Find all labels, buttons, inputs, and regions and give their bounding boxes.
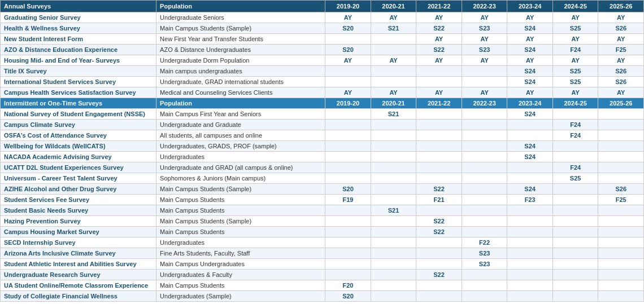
survey-name: Campus Climate Survey [1, 120, 156, 130]
survey-name: Universum - Career Test Talent Survey [1, 173, 156, 184]
year-cell: S23 [462, 45, 507, 55]
year-cell: S22 [416, 45, 462, 55]
survey-row: UA Student Online/Remote Classrom Experi… [1, 280, 644, 291]
year-header: 2023-24 [507, 1, 553, 12]
year-header: 2024-25 [552, 1, 598, 12]
year-cell [462, 205, 507, 216]
section-title: Intermittent or One-Time Surveys [1, 98, 156, 109]
year-cell [598, 259, 644, 270]
year-cell: S20 [325, 291, 371, 302]
year-cell [462, 173, 507, 184]
survey-row: Arizona Arts Inclusive Climate SurveyFin… [1, 248, 644, 259]
survey-name: New Student Interest Form [1, 34, 156, 45]
year-cell: F19 [325, 195, 371, 205]
survey-row: AZIHE Alcohol and Other Drug SurveyMain … [1, 184, 644, 195]
survey-row: National Survey of Student Engagement (N… [1, 109, 644, 120]
survey-name: UA Student Online/Remote Classrom Experi… [1, 280, 156, 291]
survey-name: Wellbeing for Wildcats (WellCATS) [1, 141, 156, 152]
year-cell: AY [507, 12, 553, 23]
year-cell: F21 [416, 195, 462, 205]
year-cell [552, 184, 598, 195]
year-cell: F23 [507, 195, 553, 205]
year-cell [371, 280, 416, 291]
year-cell: AY [325, 55, 371, 66]
survey-name: SECD Internship Survey [1, 237, 156, 248]
year-cell: S22 [416, 184, 462, 195]
year-col-header: 2019-20 [325, 98, 371, 109]
year-cell: S26 [598, 23, 644, 34]
year-cell [598, 280, 644, 291]
survey-row: Student Athletic Interest and Abilities … [1, 259, 644, 270]
survey-row: Study of Collegiate Financial WellnessUn… [1, 291, 644, 302]
survey-name: Study of Collegiate Financial Wellness [1, 291, 156, 302]
year-cell [507, 270, 553, 280]
year-cell [507, 130, 553, 141]
year-cell [552, 270, 598, 280]
year-cell [416, 162, 462, 173]
survey-row: Student Basic Needs SurveyMain Campus St… [1, 205, 644, 216]
year-cell: AY [552, 12, 598, 23]
year-cell: S23 [462, 248, 507, 259]
year-cell: S26 [598, 66, 644, 77]
year-cell [552, 280, 598, 291]
survey-row: Universum - Career Test Talent SurveySop… [1, 173, 644, 184]
survey-row: AZO & Distance Education ExperienceAZO &… [1, 45, 644, 55]
year-cell: S24 [507, 152, 553, 162]
survey-population: Sophomores & Juniors (Main campus) [156, 173, 325, 184]
year-cell [462, 77, 507, 87]
survey-population: Undergraduate and Graduate [156, 120, 325, 130]
year-cell [325, 141, 371, 152]
year-cell: AY [507, 55, 553, 66]
survey-population: Main Campus Students (Sample) [156, 216, 325, 227]
survey-name: NACADA Academic Advising Survey [1, 152, 156, 162]
year-cell [462, 280, 507, 291]
year-cell: S21 [371, 205, 416, 216]
year-cell [325, 162, 371, 173]
year-cell [462, 270, 507, 280]
year-cell: AY [598, 87, 644, 98]
survey-name: National Survey of Student Engagement (N… [1, 109, 156, 120]
year-cell [507, 205, 553, 216]
year-cell [325, 34, 371, 45]
survey-name: International Student Services Survey [1, 77, 156, 87]
year-cell: F24 [552, 45, 598, 55]
year-cell [371, 270, 416, 280]
survey-row: Hazing Prevention SurveyMain Campus Stud… [1, 216, 644, 227]
year-cell: AY [416, 55, 462, 66]
year-cell: AY [552, 87, 598, 98]
year-cell: S22 [416, 227, 462, 237]
year-cell [598, 120, 644, 130]
year-cell [462, 184, 507, 195]
year-cell [416, 77, 462, 87]
survey-row: Wellbeing for Wildcats (WellCATS)Undergr… [1, 141, 644, 152]
year-cell [598, 109, 644, 120]
year-cell [598, 130, 644, 141]
year-cell: AY [552, 55, 598, 66]
year-cell [598, 205, 644, 216]
year-cell: S24 [507, 109, 553, 120]
year-cell [598, 152, 644, 162]
year-cell [325, 152, 371, 162]
year-cell: S22 [416, 216, 462, 227]
survey-name: Student Services Fee Survey [1, 195, 156, 205]
year-cell [325, 77, 371, 87]
year-cell [325, 205, 371, 216]
survey-name: AZO & Distance Education Experience [1, 45, 156, 55]
year-header: 2022-23 [462, 1, 507, 12]
year-cell [371, 66, 416, 77]
survey-name: Housing Mid- and End of Year- Surveys [1, 55, 156, 66]
year-cell [416, 259, 462, 270]
year-cell: AY [462, 87, 507, 98]
year-cell: F24 [552, 130, 598, 141]
year-cell: AY [507, 34, 553, 45]
year-cell: AY [325, 12, 371, 23]
year-cell [371, 259, 416, 270]
year-cell [552, 205, 598, 216]
year-cell: AY [416, 34, 462, 45]
survey-row: Title IX SurveyMain campus undergraduate… [1, 66, 644, 77]
year-cell [462, 162, 507, 173]
year-cell [552, 291, 598, 302]
year-cell [552, 248, 598, 259]
year-cell: S24 [507, 45, 553, 55]
year-cell [325, 216, 371, 227]
